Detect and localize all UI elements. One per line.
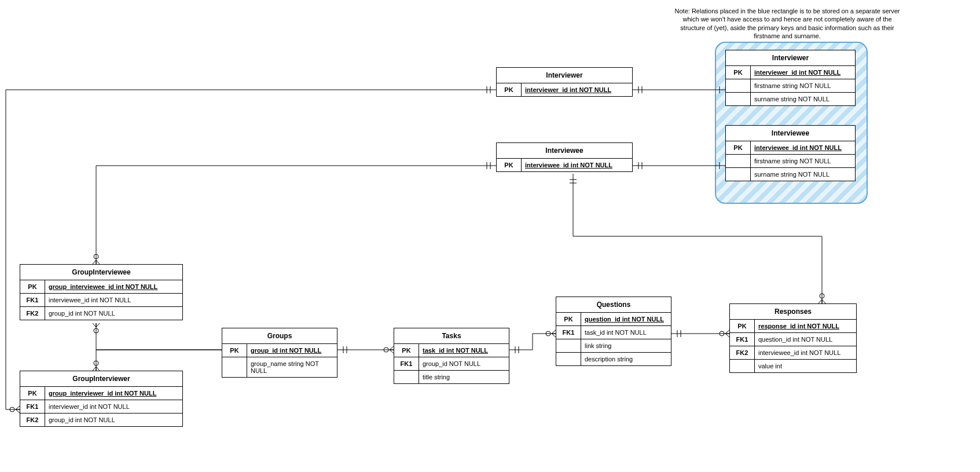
val-col: surname string NOT NULL bbox=[751, 93, 855, 105]
entity-row: PK interviewee_id int NOT NULL bbox=[497, 159, 632, 171]
val-col: group_id int NOT NULL bbox=[247, 344, 337, 357]
val-col: task_id int NOT NULL bbox=[581, 326, 671, 339]
val-col: interviewee_id int NOT NULL bbox=[45, 294, 182, 306]
key-col: PK bbox=[497, 83, 522, 96]
key-col bbox=[556, 339, 581, 352]
key-col bbox=[726, 93, 751, 105]
note-line: which we won't have access to and hence … bbox=[682, 16, 891, 23]
key-col: PK bbox=[497, 159, 522, 171]
entity-row: PK task_id int NOT NULL bbox=[394, 344, 509, 357]
val-col: interviewee_id int NOT NULL bbox=[755, 346, 856, 359]
entity-row: PK group_interviewee_id int NOT NULL bbox=[20, 280, 182, 294]
svg-point-18 bbox=[820, 294, 824, 298]
entity-title: Groups bbox=[222, 328, 337, 344]
entity-title: Interviewee bbox=[726, 126, 855, 141]
entity-row: FK1 task_id int NOT NULL bbox=[556, 326, 671, 339]
val-col: response_id int NOT NULL bbox=[755, 320, 856, 332]
entity-row: PK group_interviewer_id int NOT NULL bbox=[20, 387, 182, 400]
key-col: PK bbox=[556, 313, 581, 325]
val-col: value int bbox=[755, 360, 856, 372]
key-col: PK bbox=[394, 344, 419, 357]
entity-row: FK1 group_id NOT NULL bbox=[394, 357, 509, 371]
key-col bbox=[726, 79, 751, 92]
val-col: interviewer_id int NOT NULL bbox=[45, 400, 182, 413]
entity-row: surname string NOT NULL bbox=[726, 93, 855, 105]
key-col bbox=[726, 155, 751, 167]
note-text: Note: Relations placed in the blue recta… bbox=[663, 7, 912, 40]
entity-tasks: Tasks PK task_id int NOT NULL FK1 group_… bbox=[394, 328, 509, 384]
val-col: group_id int NOT NULL bbox=[45, 307, 182, 320]
entity-row: PK interviewee_id int NOT NULL bbox=[726, 141, 855, 155]
val-col: question_id int NOT NULL bbox=[755, 333, 856, 346]
key-col: PK bbox=[730, 320, 755, 332]
entity-title: GroupInterviewer bbox=[20, 371, 182, 387]
val-col: group_id int NOT NULL bbox=[45, 414, 182, 426]
entity-title: Tasks bbox=[394, 328, 509, 344]
entity-row: surname string NOT NULL bbox=[726, 168, 855, 181]
entity-row: link string bbox=[556, 339, 671, 353]
svg-point-22 bbox=[94, 361, 98, 365]
key-col: FK1 bbox=[730, 333, 755, 346]
val-col: description string bbox=[581, 353, 671, 365]
entity-responses: Responses PK response_id int NOT NULL FK… bbox=[729, 303, 857, 373]
entity-title: Questions bbox=[556, 297, 671, 313]
entity-interviewer: Interviewer PK interviewer_id int NOT NU… bbox=[496, 67, 633, 97]
val-col: group_interviewee_id int NOT NULL bbox=[45, 280, 182, 293]
note-line: Note: Relations placed in the blue recta… bbox=[675, 8, 900, 14]
entity-row: PK question_id int NOT NULL bbox=[556, 313, 671, 326]
entity-row: PK interviewer_id int NOT NULL bbox=[497, 83, 632, 96]
svg-point-28 bbox=[546, 331, 550, 336]
entity-row: PK response_id int NOT NULL bbox=[730, 320, 856, 333]
entity-group-interviewee: GroupInterviewee PK group_interviewee_id… bbox=[20, 264, 183, 320]
entity-row: FK2 group_id int NOT NULL bbox=[20, 414, 182, 426]
entity-row: firstname string NOT NULL bbox=[726, 155, 855, 168]
entity-row: value int bbox=[730, 360, 856, 372]
svg-point-12 bbox=[10, 407, 14, 412]
key-col: PK bbox=[20, 280, 45, 293]
key-col bbox=[394, 371, 419, 383]
val-col: group_id NOT NULL bbox=[419, 357, 509, 370]
entity-groups: Groups PK group_id int NOT NULL group_na… bbox=[222, 328, 337, 378]
note-line: firstname and surname. bbox=[754, 32, 821, 39]
key-col: PK bbox=[726, 141, 751, 154]
svg-point-25 bbox=[384, 347, 388, 352]
val-col: surname string NOT NULL bbox=[751, 168, 855, 181]
entity-title: Interviewer bbox=[497, 68, 632, 83]
key-col: PK bbox=[20, 387, 45, 400]
entity-blue-interviewee: Interviewee PK interviewee_id int NOT NU… bbox=[725, 125, 856, 181]
val-col: firstname string NOT NULL bbox=[751, 79, 855, 92]
key-col: PK bbox=[726, 66, 751, 79]
diagram-canvas: Note: Relations placed in the blue recta… bbox=[0, 0, 980, 472]
key-col: FK1 bbox=[20, 400, 45, 413]
key-col: FK1 bbox=[556, 326, 581, 339]
key-col: FK2 bbox=[730, 346, 755, 359]
entity-title: GroupInterviewee bbox=[20, 265, 182, 280]
key-col: FK1 bbox=[394, 357, 419, 370]
entity-row: PK interviewer_id int NOT NULL bbox=[726, 66, 855, 79]
note-line: structure of (yet), aside the primary ke… bbox=[680, 24, 894, 31]
val-col: interviewee_id int NOT NULL bbox=[751, 141, 855, 154]
key-col: PK bbox=[222, 344, 247, 357]
val-col: question_id int NOT NULL bbox=[581, 313, 671, 325]
entity-title: Interviewer bbox=[726, 50, 855, 66]
entity-title: Responses bbox=[730, 304, 856, 320]
entity-row: group_name string NOT NULL bbox=[222, 357, 337, 377]
key-col bbox=[222, 357, 247, 377]
val-col: interviewee_id int NOT NULL bbox=[522, 159, 632, 171]
entity-row: title string bbox=[394, 371, 509, 383]
entity-row: FK2 group_id int NOT NULL bbox=[20, 307, 182, 320]
key-col: FK1 bbox=[20, 294, 45, 306]
val-col: title string bbox=[419, 371, 509, 383]
val-col: interviewer_id int NOT NULL bbox=[522, 83, 632, 96]
key-col bbox=[556, 353, 581, 365]
entity-questions: Questions PK question_id int NOT NULL FK… bbox=[556, 297, 671, 366]
key-col bbox=[730, 360, 755, 372]
val-col: group_name string NOT NULL bbox=[247, 357, 337, 377]
entity-row: firstname string NOT NULL bbox=[726, 79, 855, 93]
val-col: firstname string NOT NULL bbox=[751, 155, 855, 167]
svg-point-15 bbox=[94, 254, 98, 259]
entity-row: FK1 interviewee_id int NOT NULL bbox=[20, 294, 182, 307]
key-col: FK2 bbox=[20, 307, 45, 320]
val-col: interviewer_id int NOT NULL bbox=[751, 66, 855, 79]
key-col bbox=[726, 168, 751, 181]
